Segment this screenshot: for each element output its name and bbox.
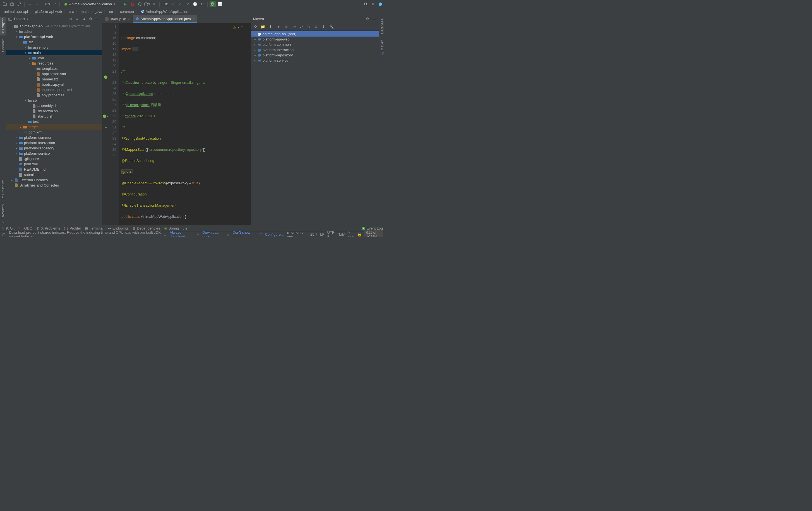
- tree-row[interactable]: ▸target: [6, 124, 102, 130]
- tree-row[interactable]: ▸External Libraries: [6, 177, 102, 183]
- tree-row[interactable]: submit.sh: [6, 172, 102, 177]
- tree-row[interactable]: logback-spring.xml: [6, 87, 102, 92]
- indent[interactable]: Tab*: [338, 232, 345, 237]
- inspection-widget[interactable]: ⚠ 7 ˄ ˅: [233, 25, 248, 30]
- maven-minimize-icon[interactable]: —: [372, 17, 377, 22]
- git-push-icon[interactable]: ↗: [185, 1, 191, 7]
- bottom-terminal[interactable]: ▣Terminal: [85, 226, 104, 231]
- maven-skip-icon[interactable]: ⊘: [306, 24, 312, 30]
- tree-row[interactable]: ▾src: [6, 39, 102, 45]
- bottom-git[interactable]: ⑂9: Git: [2, 226, 14, 231]
- sync-icon[interactable]: [16, 1, 22, 7]
- code-area[interactable]: ⚠ 7 ˄ ˅ package cn.common; import ... /*…: [119, 23, 251, 225]
- tree-row[interactable]: ▸assembly: [6, 45, 102, 50]
- maven-row[interactable]: ▸m̲platform-interaction: [251, 47, 379, 53]
- profiler-icon[interactable]: ◯▾: [144, 1, 150, 7]
- git-branch[interactable]: ⑂ dev: [348, 231, 354, 238]
- stripe-project[interactable]: 1: Project: [0, 17, 6, 35]
- project-tree[interactable]: ▾animal-app-api~/GitCode/animal-platform…: [6, 23, 102, 225]
- forward-icon[interactable]: →: [34, 1, 40, 7]
- status-link-2[interactable]: Don't show again: [232, 231, 256, 238]
- run-icon[interactable]: ▶: [122, 1, 128, 7]
- crumb-7[interactable]: CAnimalAppWebApplication: [141, 9, 188, 14]
- crumb-2[interactable]: src: [69, 9, 74, 14]
- lock-icon[interactable]: 🔒: [357, 232, 361, 237]
- collapse-icon[interactable]: ⇕: [82, 17, 87, 22]
- line-sep[interactable]: LF: [320, 232, 324, 237]
- maven-wrench-icon[interactable]: 🔧: [328, 24, 335, 30]
- maven-m-icon[interactable]: m: [291, 24, 297, 30]
- open-icon[interactable]: [2, 1, 8, 7]
- settings-icon[interactable]: ⚙: [370, 1, 376, 7]
- stripe-structure[interactable]: 7: Structure: [0, 179, 6, 200]
- tree-row[interactable]: ▸platform-interaction: [6, 140, 102, 145]
- tree-row[interactable]: README.md: [6, 167, 102, 172]
- tree-row[interactable]: ▸platform-repository: [6, 145, 102, 151]
- git-history-icon[interactable]: 🕐: [192, 1, 198, 7]
- tree-row[interactable]: ▾platform-api-web: [6, 34, 102, 39]
- git-revert-icon[interactable]: ↶: [199, 1, 205, 7]
- git-commit-icon[interactable]: ✓: [177, 1, 183, 7]
- save-icon[interactable]: [9, 1, 15, 7]
- maven-tree[interactable]: ▸m̲animal-app-api(root)▸m̲platform-api-w…: [251, 31, 379, 225]
- tree-row[interactable]: shutdown.sh: [6, 108, 102, 114]
- back-icon[interactable]: ←: [27, 1, 33, 7]
- user-icon[interactable]: ▾: [44, 1, 50, 7]
- maven-sources-icon[interactable]: 📁: [260, 24, 266, 30]
- tree-row[interactable]: ▸platform-service: [6, 151, 102, 156]
- tree-row[interactable]: spy.properties: [6, 92, 102, 98]
- stripe-favorites[interactable]: 2: Favorites: [0, 203, 6, 225]
- maven-row[interactable]: ▸m̲platform-common: [251, 42, 379, 47]
- search-icon[interactable]: [363, 1, 369, 7]
- tree-row[interactable]: banner.txt: [6, 77, 102, 82]
- image-tool-icon[interactable]: 🖼: [209, 1, 216, 7]
- maven-collapse-icon[interactable]: ⇕: [313, 24, 319, 30]
- tree-row[interactable]: ▸templates: [6, 66, 102, 71]
- status-link-0[interactable]: Always download: [170, 231, 194, 238]
- maven-row[interactable]: ▸m̲platform-api-web: [251, 36, 379, 42]
- tree-row[interactable]: assembly.sh: [6, 103, 102, 108]
- stop-icon[interactable]: ■: [151, 1, 157, 7]
- crumb-0[interactable]: animal-app-api: [4, 9, 28, 14]
- tree-row[interactable]: startup.sh: [6, 114, 102, 119]
- tree-row[interactable]: mpom.xml: [6, 130, 102, 135]
- status-link-3[interactable]: Configure...: [265, 232, 284, 237]
- git-pull-icon[interactable]: ↙: [170, 1, 176, 7]
- bottom-todo[interactable]: ≡TODO: [19, 226, 32, 231]
- stripe-maven[interactable]: mMaven: [379, 38, 385, 57]
- crumb-6[interactable]: common: [120, 9, 134, 14]
- debug-icon[interactable]: 🐞: [129, 1, 136, 7]
- stripe-database[interactable]: Database: [379, 17, 385, 36]
- warn-prev-icon[interactable]: ˄: [240, 25, 243, 30]
- editor-gutter[interactable]: 🟢🟢▶▶ 12151617181920212223242526272829303…: [103, 23, 119, 225]
- close-tab-icon[interactable]: ×: [193, 17, 194, 20]
- crumb-4[interactable]: java: [95, 9, 102, 14]
- undo-nav-icon[interactable]: ↶: [51, 1, 57, 7]
- tree-row[interactable]: Scratches and Consoles: [6, 183, 102, 188]
- tree-row[interactable]: ▾resources: [6, 61, 102, 66]
- tree-row[interactable]: ▸.idea: [6, 29, 102, 34]
- status-link-1[interactable]: Download once: [202, 231, 224, 238]
- tree-row[interactable]: ▾sbin: [6, 98, 102, 103]
- maven-settings-icon[interactable]: ⚙: [365, 17, 370, 22]
- tree-row[interactable]: ▸java: [6, 55, 102, 61]
- tree-row[interactable]: bootstrap.yml: [6, 82, 102, 87]
- maven-run-icon[interactable]: ▶: [284, 24, 290, 30]
- crumb-1[interactable]: platform-api-web: [35, 9, 62, 14]
- maven-toggle-icon[interactable]: ⇄: [298, 24, 304, 30]
- tree-row[interactable]: ▾main: [6, 50, 102, 55]
- ide-icon[interactable]: [377, 1, 383, 7]
- expand-icon[interactable]: ≡: [75, 17, 80, 22]
- coverage-icon[interactable]: [137, 1, 143, 7]
- maven-row[interactable]: ▸m̲platform-repository: [251, 53, 379, 58]
- tree-row[interactable]: mpom.xml: [6, 161, 102, 167]
- maven-add-icon[interactable]: +: [276, 24, 282, 30]
- status-icon[interactable]: ▢: [2, 232, 6, 237]
- maven-row[interactable]: ▸m̲animal-app-api(root): [251, 31, 379, 36]
- maven-expand-icon[interactable]: ⇕: [320, 24, 326, 30]
- tree-row[interactable]: .gitignore: [6, 156, 102, 161]
- crumb-3[interactable]: main: [81, 9, 88, 14]
- tree-row[interactable]: ▸test: [6, 119, 102, 124]
- maven-download-icon[interactable]: ⬇: [267, 24, 273, 30]
- maven-row[interactable]: ▸m̲platform-service: [251, 58, 379, 63]
